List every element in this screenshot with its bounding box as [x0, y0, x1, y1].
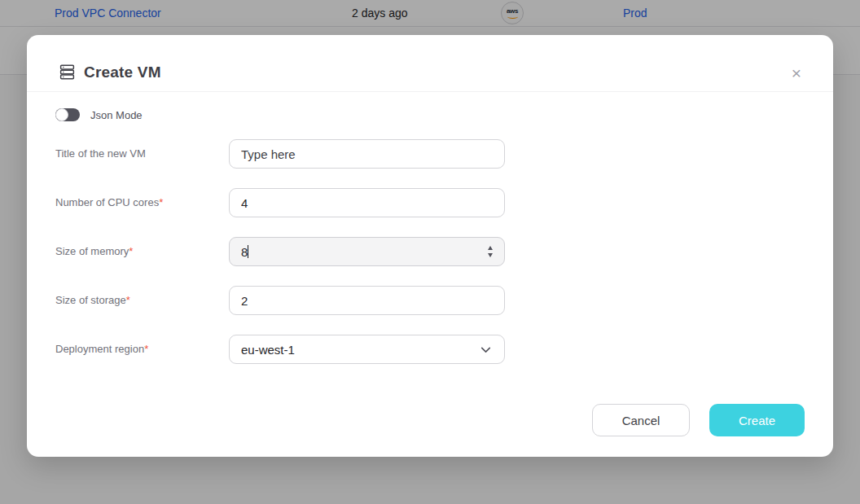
- text-cursor: [248, 245, 248, 258]
- stepper-down-icon[interactable]: [488, 253, 493, 257]
- number-stepper[interactable]: [487, 245, 494, 258]
- close-icon[interactable]: ×: [786, 63, 807, 84]
- field-row-title: Title of the new VM: [27, 139, 833, 169]
- required-asterisk: *: [126, 294, 130, 306]
- toggle-thumb: [55, 108, 68, 121]
- field-row-region: Deployment region* eu-west-1: [27, 335, 833, 364]
- region-select-value: eu-west-1: [241, 343, 479, 357]
- modal-footer: Cancel Create: [592, 404, 805, 436]
- chevron-down-icon: [479, 343, 493, 357]
- vm-title-input[interactable]: [229, 139, 505, 169]
- memory-input-wrap: [229, 237, 505, 266]
- required-asterisk: *: [159, 196, 163, 208]
- storage-size-input[interactable]: [229, 286, 505, 315]
- memory-size-input[interactable]: [229, 237, 505, 266]
- field-label-cpu: Number of CPU cores*: [55, 188, 163, 217]
- label-text: Deployment region: [55, 343, 144, 355]
- stepper-up-icon[interactable]: [488, 246, 493, 250]
- label-text: Size of memory: [55, 245, 129, 257]
- label-text: Size of storage: [55, 294, 126, 306]
- modal-header: Create VM: [27, 35, 833, 92]
- field-row-storage: Size of storage*: [27, 286, 833, 315]
- label-text: Title of the new VM: [55, 147, 146, 160]
- cpu-cores-input[interactable]: [229, 188, 505, 217]
- field-row-memory: Size of memory*: [27, 237, 833, 266]
- required-asterisk: *: [129, 245, 133, 257]
- toggle-track[interactable]: [55, 108, 80, 121]
- field-label-memory: Size of memory*: [55, 237, 133, 266]
- field-label-title: Title of the new VM: [55, 139, 146, 169]
- modal-title: Create VM: [84, 64, 161, 81]
- field-label-region: Deployment region*: [55, 335, 148, 364]
- create-vm-modal: Create VM × Json Mode Title of the new V…: [27, 35, 833, 457]
- server-icon: [59, 64, 76, 81]
- cancel-button[interactable]: Cancel: [592, 404, 690, 436]
- required-asterisk: *: [144, 343, 148, 355]
- field-row-cpu: Number of CPU cores*: [27, 188, 833, 217]
- create-button[interactable]: Create: [709, 404, 805, 436]
- label-text: Number of CPU cores: [55, 196, 159, 208]
- json-mode-label: Json Mode: [90, 109, 143, 121]
- json-mode-toggle[interactable]: Json Mode: [55, 108, 143, 121]
- region-select[interactable]: eu-west-1: [229, 335, 505, 364]
- field-label-storage: Size of storage*: [55, 286, 130, 315]
